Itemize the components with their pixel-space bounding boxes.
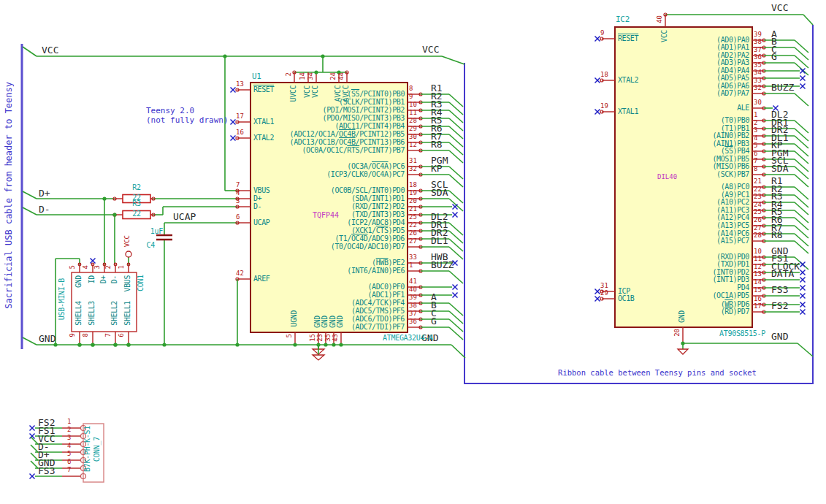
u1-pin-name: (OC0B/SCL/INT0)PD0 xyxy=(257,186,405,194)
u1-pin-number: 43 xyxy=(332,334,339,342)
conn7-value[interactable]: B7K-PH-K-S1 xyxy=(84,426,91,472)
conn7-pin-number: 1 xyxy=(67,419,71,426)
ic2-pin-name: XTAL2 xyxy=(618,76,638,84)
con1-value[interactable]: USB-MINI-B xyxy=(58,278,66,320)
ic2-pin-name: (A15)PC7 xyxy=(621,237,749,245)
u1-pin-number: 11 xyxy=(409,110,421,117)
r3-value: 22 xyxy=(123,210,150,218)
u1-pin-number: 25 xyxy=(409,214,421,221)
wire xyxy=(31,453,38,460)
junction-dot xyxy=(91,343,94,346)
net-label-vcc-ic2[interactable]: VCC xyxy=(771,3,788,13)
net-label-buzz[interactable]: BUZZ xyxy=(431,260,454,270)
net-label-r8[interactable]: R8 xyxy=(431,140,443,150)
ic2-pin-number: 8 xyxy=(754,166,764,173)
ic2-pin-name: (A10)PC2 xyxy=(621,198,749,206)
ic2-pin-name: (A13)PC5 xyxy=(621,221,749,229)
net-label-gnd-left[interactable]: GND xyxy=(39,334,56,344)
conn7-pin-number: 3 xyxy=(67,435,71,442)
u1-pin-name: AVCC xyxy=(334,85,342,102)
u1-pin-name: D+ xyxy=(253,194,261,202)
ic2-pin-number: 19 xyxy=(600,103,615,110)
net-label-fs2[interactable]: FS2 xyxy=(771,301,788,311)
junction-dot xyxy=(321,54,324,58)
u1-pin-name: UVCC xyxy=(290,85,297,102)
net-label-vcc-mid[interactable]: VCC xyxy=(422,45,439,55)
u1-pin-name: (PDI/MOSI/PCINT2)PB2 xyxy=(257,106,405,114)
ic2-value[interactable]: AT90S8515-P xyxy=(719,329,765,337)
wire xyxy=(31,461,38,468)
u1-pin-number: 35 xyxy=(325,334,332,342)
u1-pin-name: (ADC12/OC1A/OC4B/PCINT12)PB5 xyxy=(257,130,405,138)
u1-pin-number: 2 xyxy=(286,72,292,76)
r2-reference[interactable]: R2 xyxy=(123,183,150,191)
ic2-pin-name: (AD1)PA1 xyxy=(621,43,749,51)
u1-reference[interactable]: U1 xyxy=(252,72,261,81)
net-label-data[interactable]: DATA xyxy=(771,269,794,279)
wire xyxy=(803,15,813,25)
con1-pin-name: D- xyxy=(111,275,118,283)
net-label-vcc-left[interactable]: VCC xyxy=(42,45,58,56)
c4-reference[interactable]: C4 xyxy=(143,241,155,249)
net-label-fs3[interactable]: FS3 xyxy=(38,466,55,476)
wire xyxy=(449,271,463,283)
net-label-dminus[interactable]: D- xyxy=(39,205,50,215)
net-label-kp[interactable]: KP xyxy=(431,164,443,174)
r3-reference[interactable]: R3 xyxy=(123,199,150,207)
ic2-reference[interactable]: IC2 xyxy=(616,15,630,24)
u1-pin-number: 21 xyxy=(409,206,421,213)
ic2-pin-number: 13 xyxy=(754,271,764,278)
vcc-power-symbol-label: VCC xyxy=(124,235,131,247)
net-label-gnd-ic2[interactable]: GND xyxy=(771,332,788,342)
u1-pin-number: 30 xyxy=(409,134,421,141)
u1-pin-number: 13 xyxy=(236,81,251,88)
u1-pin-number: 19 xyxy=(409,190,421,197)
u1-pin-number: 4 xyxy=(236,190,251,197)
ic2-pin-number: 15 xyxy=(754,287,764,294)
ic2-pin-number: 28 xyxy=(754,232,764,240)
net-label-dl1[interactable]: DL1 xyxy=(431,236,448,246)
ic2-pin-name: RESET xyxy=(618,34,638,42)
u1-pin-name: XTAL2 xyxy=(253,134,274,142)
u1-pin-number: 5 xyxy=(286,334,293,337)
net-label-sda[interactable]: SDA xyxy=(431,188,448,198)
u1-pin-name: AVCC xyxy=(343,85,350,102)
u1-pin-number: 31 xyxy=(409,158,421,165)
net-label-buzz[interactable]: BUZZ xyxy=(771,83,794,93)
net-label-r8[interactable]: R8 xyxy=(771,230,783,240)
u1-pin-name: VBUS xyxy=(253,186,269,194)
u1-pin-number: 22 xyxy=(409,222,421,229)
u1-pin-name: (T0/OC4D/ADC10)PD7 xyxy=(257,243,405,251)
net-label-g[interactable]: G xyxy=(431,316,437,327)
u1-pin-name: GND xyxy=(321,316,329,328)
ic2-pin-number: 30 xyxy=(754,99,764,107)
ic2-pin-name: (AIN0)PB2 xyxy=(621,131,749,140)
junction-dot xyxy=(113,343,117,346)
u1-pin-number: 34 xyxy=(307,72,314,80)
u1-pin-number: 38 xyxy=(409,302,421,310)
ic2-pin-number: 5 xyxy=(754,142,764,150)
u1-pin-name: (ADC1)PF1 xyxy=(257,291,405,299)
u1-pin-name: (INT6/AIN0)PE6 xyxy=(257,267,405,275)
ic2-pin-number: 14 xyxy=(754,279,764,286)
con1-reference[interactable]: CON1 xyxy=(137,275,145,291)
ic2-pin-number: 21 xyxy=(754,178,764,186)
ground-symbol xyxy=(313,355,324,360)
u1-pin-number: 23 xyxy=(317,334,324,342)
wire xyxy=(798,343,813,356)
conn7-reference[interactable]: CONN_7 xyxy=(93,437,101,462)
wire xyxy=(451,345,465,358)
net-label-dplus[interactable]: D+ xyxy=(39,188,50,199)
conn7-pin-number: 5 xyxy=(67,451,71,458)
u1-pin-number: 28 xyxy=(409,118,421,125)
net-label-sda[interactable]: SDA xyxy=(771,164,788,174)
u1-pin-number: 26 xyxy=(409,230,421,237)
ic2-pin-name: (A8)PC0 xyxy=(621,183,749,191)
net-label-fs3[interactable]: FS3 xyxy=(771,285,788,295)
junction-dot xyxy=(126,343,130,346)
u1-pin-name: (ICP3/CLK0/OC4A)PC7 xyxy=(257,170,405,178)
teensy-note-line2: (not fully drawn) xyxy=(146,116,229,125)
net-label-g[interactable]: G xyxy=(771,52,777,62)
u1-value[interactable]: ATMEGA32U4-A xyxy=(383,334,433,342)
net-label-ucap[interactable]: UCAP xyxy=(173,212,196,222)
